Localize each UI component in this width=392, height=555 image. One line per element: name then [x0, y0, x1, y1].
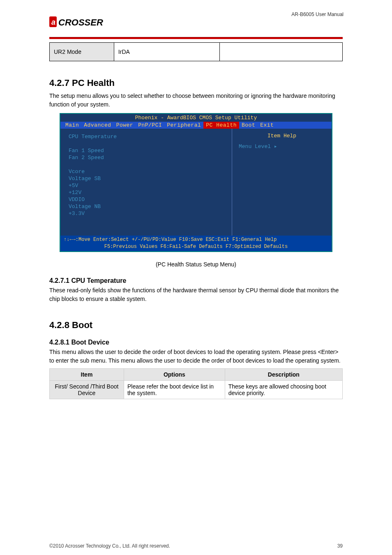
cpu-temp-heading: 4.2.7.1 CPU Temperature	[49, 277, 343, 284]
bios-item	[69, 141, 224, 147]
bios-footer: ↑↓←→:Move Enter:Select +/-/PU/PD:Value F…	[60, 236, 332, 251]
footer-page-number: 39	[337, 543, 343, 549]
boot-desc-cell: These keys are allowed choosing boot dev…	[225, 380, 342, 399]
bios-caption: (PC Health Status Setup Menu)	[49, 260, 343, 269]
ur2-mode-table: UR2 Mode IrDA	[49, 42, 343, 61]
bios-menu-level: Menu Level ▸	[239, 143, 325, 150]
bios-tab-boot: Boot	[239, 122, 258, 129]
header-divider	[49, 37, 343, 39]
bios-item: Voltage NB	[69, 204, 224, 210]
bios-item: Fan 1 Speed	[69, 148, 224, 154]
bios-item: Voltage SB	[69, 176, 224, 182]
boot-device-table: Item Options Description First/ Second /…	[49, 368, 343, 399]
bios-item	[69, 162, 224, 168]
bios-item: +5V	[69, 183, 224, 189]
bios-help-panel: Item Help Menu Level ▸	[232, 129, 332, 236]
table-row: First/ Second /Third Boot Device Please …	[50, 380, 343, 399]
bios-item: +12V	[69, 190, 224, 196]
bios-tab-main: Main	[63, 122, 81, 129]
bios-item: VDDIO	[69, 197, 224, 203]
bios-item: +3.3V	[69, 210, 224, 217]
boot-item-cell: First/ Second /Third Boot Device	[50, 380, 124, 399]
ur2-desc-cell	[219, 43, 342, 61]
bios-tab-peripheral: Peripheral	[164, 122, 203, 129]
doc-product-title: AR-B6005 User Manual	[291, 12, 344, 17]
bios-tab-exit: Exit	[258, 122, 276, 129]
boot-option-cell: Please refer the boot device list in the…	[124, 380, 225, 399]
bios-foot-line1: ↑↓←→:Move Enter:Select +/-/PU/PD:Value F…	[64, 236, 328, 243]
ur2-option-cell: IrDA	[114, 43, 219, 61]
bios-item: CPU Temperature	[69, 134, 224, 140]
pc-health-para: The setup menu allows you to select whet…	[49, 92, 343, 109]
bios-tab-advanced: Advanced	[81, 122, 113, 129]
col-description: Description	[225, 368, 342, 380]
bios-menubar: MainAdvancedPowerPnP/PCIPeripheralPC Hea…	[60, 122, 332, 129]
bios-foot-line2: F5:Previous Values F6:Fail-Safe Defaults…	[64, 243, 328, 250]
boot-device-heading: 4.2.8.1 Boot Device	[49, 339, 343, 346]
bios-title: Phoenix - AwardBIOS CMOS Setup Utility	[60, 114, 332, 122]
col-options: Options	[124, 368, 225, 380]
svg-text:CROSSER: CROSSER	[58, 17, 103, 28]
boot-device-para: This menu allows the user to decide the …	[49, 348, 343, 365]
brand-logo: a CROSSER	[49, 16, 119, 29]
bios-screenshot: Phoenix - AwardBIOS CMOS Setup Utility M…	[60, 113, 332, 252]
boot-heading: 4.2.8 Boot	[49, 320, 343, 331]
footer-copyright: ©2010 Acrosser Technology Co., Ltd. All …	[49, 543, 170, 549]
cpu-temp-para: These read-only fields show the function…	[49, 286, 343, 303]
page-footer: ©2010 Acrosser Technology Co., Ltd. All …	[49, 543, 343, 555]
ur2-item-cell: UR2 Mode	[50, 43, 114, 61]
bios-items-panel: CPU Temperature Fan 1 SpeedFan 2 Speed V…	[60, 129, 232, 236]
col-item: Item	[50, 368, 124, 380]
bios-tab-pnppci: PnP/PCI	[136, 122, 164, 129]
svg-text:a: a	[51, 18, 55, 26]
pc-health-heading: 4.2.7 PC Health	[49, 78, 343, 88]
bios-item: Vcore	[69, 169, 224, 175]
bios-tab-pchealth: PC Health	[203, 122, 239, 129]
bios-item: Fan 2 Speed	[69, 155, 224, 161]
bios-tab-power: Power	[114, 122, 136, 129]
bios-help-title: Item Help	[239, 133, 325, 139]
